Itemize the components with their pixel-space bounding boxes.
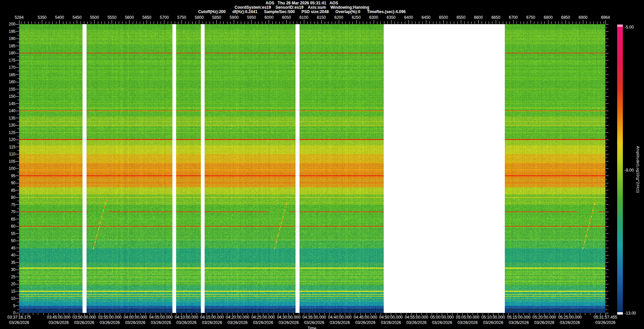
- freq-axis-tick: [16, 24, 19, 25]
- time-axis-minor-tick: [595, 313, 596, 315]
- top-axis-tick: [531, 20, 531, 24]
- top-axis-minor-tick: [206, 21, 206, 24]
- freq-axis-tick: [16, 111, 19, 111]
- top-axis-minor-tick: [307, 21, 308, 24]
- time-axis-minor-tick: [437, 313, 437, 315]
- freq-axis-minor-tick: [606, 122, 607, 122]
- date-label: 03/26/2026: [49, 320, 69, 325]
- top-axis-minor-tick: [126, 21, 126, 24]
- freq-axis-tick: [16, 96, 19, 97]
- top-axis-label: 6850: [561, 15, 570, 20]
- time-axis-minor-tick: [350, 313, 350, 315]
- date-label: 03/26/2026: [227, 320, 248, 325]
- freq-axis-minor-tick: [17, 266, 19, 266]
- top-axis-tick: [77, 20, 77, 24]
- freq-axis-tick: [16, 270, 19, 270]
- top-axis-minor-tick: [328, 21, 328, 24]
- time-label: 04:40:00.000: [328, 315, 352, 320]
- top-axis-label: 5500: [90, 15, 99, 20]
- time-axis-minor-tick: [473, 313, 473, 315]
- app-title: AOS Thu 26 Mar 2026 05:31:41 AOS: [266, 1, 338, 5]
- top-axis-tick: [251, 20, 252, 24]
- freq-axis-tick: [606, 46, 608, 46]
- top-axis-minor-tick: [394, 21, 395, 24]
- top-axis-tick: [112, 20, 112, 24]
- top-axis-label: 6250: [352, 15, 361, 20]
- date-label: 03/26/2026: [483, 320, 503, 325]
- top-axis-label: 5400: [55, 15, 64, 20]
- freq-axis-label: 5: [2, 303, 15, 308]
- time-axis-minor-tick: [48, 313, 49, 315]
- freq-axis-tick: [16, 75, 19, 75]
- time-axis-minor-tick: [89, 313, 90, 315]
- top-axis-minor-tick: [503, 21, 503, 24]
- top-axis-minor-tick: [586, 21, 587, 24]
- top-axis-minor-tick: [140, 21, 140, 24]
- top-axis-tick: [409, 20, 409, 24]
- top-axis-minor-tick: [105, 21, 105, 24]
- top-axis-minor-tick: [335, 21, 335, 24]
- time-axis-minor-tick: [324, 313, 325, 315]
- top-axis-minor-tick: [380, 21, 381, 24]
- freq-axis-tick: [16, 226, 19, 227]
- top-axis-tick: [164, 20, 164, 24]
- top-axis-minor-tick: [325, 21, 325, 24]
- top-axis-minor-tick: [223, 21, 224, 24]
- freq-axis-tick: [16, 89, 19, 89]
- time-axis-minor-tick: [84, 313, 85, 315]
- freq-axis-minor-tick: [606, 244, 607, 244]
- freq-axis-minor-tick: [606, 93, 607, 93]
- freq-axis-tick: [606, 154, 608, 154]
- top-axis-minor-tick: [49, 21, 49, 24]
- top-axis-label: 5450: [72, 15, 82, 20]
- top-axis-tick: [321, 20, 322, 24]
- time-axis-minor-tick: [202, 313, 202, 315]
- freq-axis-label: 100: [2, 166, 15, 171]
- top-axis-minor-tick: [538, 21, 538, 24]
- top-axis-minor-tick: [433, 21, 433, 24]
- freq-axis-minor-tick: [17, 309, 19, 310]
- top-axis-tick: [496, 20, 496, 24]
- spectrogram-canvas[interactable]: [19, 24, 605, 313]
- freq-axis-label: 85: [2, 188, 15, 193]
- top-axis-label: 6350: [387, 15, 396, 20]
- time-axis-minor-tick: [544, 313, 544, 315]
- time-axis-minor-tick: [33, 313, 33, 315]
- top-axis-minor-tick: [422, 21, 423, 24]
- time-label: 05:20:00.000: [533, 315, 556, 320]
- freq-axis-label: 80: [2, 195, 15, 200]
- top-axis-minor-tick: [290, 21, 290, 24]
- date-label: 03/26/2026: [432, 320, 452, 325]
- time-label: 05:00:00.000: [430, 315, 454, 320]
- time-axis-minor-tick: [406, 313, 407, 315]
- top-axis-minor-tick: [349, 21, 350, 24]
- top-axis-minor-tick: [66, 21, 67, 24]
- freq-axis-tick: [606, 89, 608, 89]
- freq-axis-minor-tick: [17, 201, 19, 201]
- date-label: 03/26/2026: [330, 320, 350, 325]
- top-axis-minor-tick: [87, 21, 88, 24]
- time-axis-minor-tick: [360, 313, 361, 315]
- time-axis-minor-tick: [74, 313, 74, 315]
- time-axis-minor-tick: [64, 313, 64, 315]
- top-axis-minor-tick: [108, 21, 109, 24]
- top-axis-label: 6100: [300, 15, 309, 20]
- top-axis-label: 6550: [457, 15, 466, 20]
- time-axis-minor-tick: [457, 313, 458, 315]
- freq-axis-minor-tick: [17, 64, 19, 64]
- top-axis-minor-tick: [562, 21, 562, 24]
- time-axis-minor-tick: [222, 313, 222, 315]
- time-axis-minor-tick: [53, 313, 54, 315]
- time-axis-minor-tick: [309, 313, 309, 315]
- top-axis-minor-tick: [293, 21, 293, 24]
- freq-axis-minor-tick: [606, 56, 607, 57]
- freq-axis-minor-tick: [17, 100, 19, 100]
- time-axis-minor-tick: [299, 313, 299, 315]
- freq-axis-tick: [606, 183, 608, 183]
- top-axis-tick: [426, 20, 426, 24]
- top-axis-minor-tick: [24, 21, 25, 24]
- time-axis-minor-tick: [278, 313, 279, 315]
- freq-axis-label: 10: [2, 296, 15, 301]
- top-axis-minor-tick: [35, 21, 35, 24]
- time-axis-minor-tick: [151, 313, 151, 315]
